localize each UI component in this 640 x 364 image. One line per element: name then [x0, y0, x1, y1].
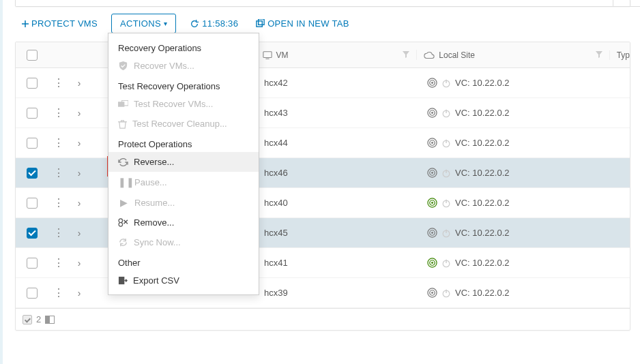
vm-name: hcx44 [264, 138, 288, 148]
power-icon [441, 138, 451, 148]
power-icon [441, 108, 451, 118]
row-checkbox[interactable] [27, 138, 38, 149]
cloud-icon [424, 51, 435, 59]
menu-export-csv[interactable]: Export CSV [108, 271, 259, 290]
svg-point-37 [119, 219, 123, 223]
refresh-button[interactable]: 11:58:36 [186, 16, 242, 31]
svg-point-21 [431, 202, 433, 204]
refresh-icon [190, 19, 199, 29]
column-header-local[interactable]: Local Site [416, 50, 609, 60]
menu-test-cleanup[interactable]: Test Recover Cleanup... [108, 114, 259, 134]
row-menu-button[interactable]: ⋮ [53, 228, 64, 239]
expand-icon[interactable]: › [78, 258, 81, 269]
menu-resume-label: Resume... [134, 198, 175, 208]
menu-pause[interactable]: ❚❚ Pause... [108, 172, 259, 192]
expand-icon[interactable]: › [78, 168, 81, 179]
filter-icon[interactable] [596, 50, 602, 60]
menu-reverse[interactable]: Reverse... [108, 152, 259, 172]
row-checkbox[interactable] [27, 288, 38, 299]
column-header-vm[interactable]: VM [258, 50, 417, 60]
svg-point-33 [431, 292, 433, 294]
expand-icon[interactable]: › [78, 138, 81, 149]
site-value: VC: 10.22.0.2 [455, 108, 510, 118]
row-menu-button[interactable]: ⋮ [53, 258, 64, 269]
row-menu-button[interactable]: ⋮ [53, 108, 64, 119]
site-value: VC: 10.22.0.2 [455, 78, 510, 88]
dropdown-section-recovery: Recovery Operations [108, 37, 259, 56]
selection-count: 2 [36, 314, 41, 324]
expand-icon[interactable]: › [78, 108, 81, 119]
row-checkbox[interactable] [27, 168, 38, 179]
menu-recover-vms[interactable]: Recover VMs... [108, 56, 259, 76]
protect-vms-label: PROTECT VMS [31, 18, 98, 29]
power-icon [441, 168, 451, 178]
dropdown-section-protect: Protect Operations [108, 134, 259, 152]
status-icon [427, 258, 437, 268]
expand-icon[interactable]: › [78, 288, 81, 299]
row-menu-button[interactable]: ⋮ [53, 138, 64, 149]
expand-icon[interactable]: › [78, 228, 81, 239]
menu-test-cleanup-label: Test Recover Cleanup... [132, 119, 227, 129]
toolbar: PROTECT VMS ACTIONS ▾ 11:58:36 OPEN IN N… [5, 7, 640, 42]
site-value: VC: 10.22.0.2 [455, 198, 510, 208]
column-toggle-button[interactable] [45, 316, 55, 324]
power-icon [441, 258, 451, 268]
vm-name: hcx46 [264, 168, 288, 178]
status-icon [427, 228, 437, 238]
power-icon [441, 288, 451, 298]
remove-icon [118, 218, 128, 227]
actions-button[interactable]: ACTIONS ▾ [111, 14, 176, 33]
menu-test-recover-label: Test Recover VMs... [134, 99, 213, 109]
actions-label: ACTIONS [120, 18, 161, 29]
column-local-label: Local Site [439, 50, 475, 60]
row-menu-button[interactable]: ⋮ [53, 78, 64, 89]
menu-sync[interactable]: Sync Now... [108, 232, 259, 252]
open-new-tab-button[interactable]: OPEN IN NEW TAB [252, 16, 353, 31]
svg-point-13 [431, 142, 433, 144]
new-tab-icon [256, 19, 265, 28]
row-menu-button[interactable]: ⋮ [53, 198, 64, 209]
site-value: VC: 10.22.0.2 [455, 288, 510, 298]
column-type-label: Typ [617, 50, 630, 60]
menu-reverse-label: Reverse... [134, 157, 174, 167]
svg-point-25 [431, 232, 433, 234]
panel-top-edge [15, 0, 630, 7]
vm-name: hcx40 [264, 198, 288, 208]
status-icon [427, 138, 437, 148]
vm-icon [263, 50, 272, 60]
svg-point-9 [431, 112, 433, 114]
select-all-checkbox[interactable] [27, 50, 38, 61]
menu-remove[interactable]: Remove... [108, 213, 259, 232]
plus-icon [22, 20, 29, 27]
vm-name: hcx43 [264, 108, 288, 118]
shield-icon [118, 61, 128, 71]
site-value: VC: 10.22.0.2 [455, 228, 510, 238]
row-checkbox[interactable] [27, 228, 38, 239]
site-value: VC: 10.22.0.2 [455, 138, 510, 148]
row-checkbox[interactable] [27, 198, 38, 209]
svg-point-38 [119, 223, 123, 227]
reverse-icon [118, 158, 128, 166]
column-header-type[interactable]: Typ [609, 50, 630, 60]
protect-vms-button[interactable]: PROTECT VMS [18, 16, 102, 31]
row-checkbox[interactable] [27, 258, 38, 269]
svg-rect-39 [119, 276, 124, 284]
expand-icon[interactable]: › [78, 78, 81, 89]
row-menu-button[interactable]: ⋮ [53, 288, 64, 299]
sync-icon [118, 237, 128, 247]
row-checkbox[interactable] [27, 108, 38, 119]
vm-name: hcx39 [264, 288, 288, 298]
play-icon: ▶ [118, 197, 129, 208]
filter-icon[interactable] [403, 50, 409, 60]
dropdown-section-other: Other [108, 252, 259, 271]
status-icon [427, 168, 437, 178]
menu-export-csv-label: Export CSV [133, 275, 179, 286]
row-checkbox[interactable] [27, 78, 38, 89]
svg-point-17 [431, 172, 433, 174]
row-menu-button[interactable]: ⋮ [53, 168, 64, 179]
side-panel-edge [613, 0, 640, 7]
menu-resume[interactable]: ▶ Resume... [108, 192, 259, 213]
menu-test-recover[interactable]: Test Recover VMs... [108, 94, 259, 114]
expand-icon[interactable]: › [78, 198, 81, 209]
test-recover-icon [118, 100, 128, 108]
